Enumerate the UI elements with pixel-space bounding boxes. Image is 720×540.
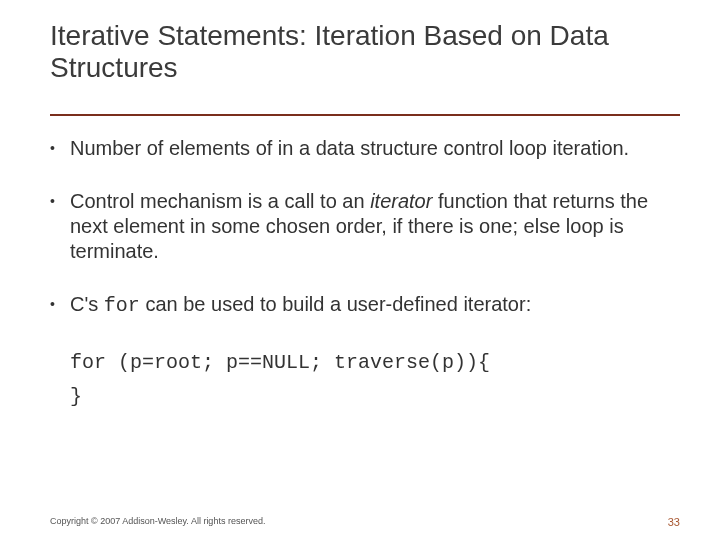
bullet-dot-icon: • [50, 189, 70, 264]
slide-title: Iterative Statements: Iteration Based on… [50, 20, 680, 90]
text-span: C's [70, 293, 104, 315]
bullet-text: Control mechanism is a call to an iterat… [70, 189, 680, 264]
text-span: can be used to build a user-defined iter… [140, 293, 531, 315]
bullet-item: • Number of elements of in a data struct… [50, 136, 680, 161]
bullet-text: C's for can be used to build a user-defi… [70, 292, 680, 318]
slide: Iterative Statements: Iteration Based on… [0, 0, 720, 540]
text-span: Number of elements of in a data structur… [70, 137, 629, 159]
page-number: 33 [668, 516, 680, 528]
title-rule [50, 114, 680, 116]
bullet-item: • C's for can be used to build a user-de… [50, 292, 680, 318]
bullet-item: • Control mechanism is a call to an iter… [50, 189, 680, 264]
text-span: Control mechanism is a call to an [70, 190, 370, 212]
bullet-dot-icon: • [50, 292, 70, 318]
italic-span: iterator [370, 190, 432, 212]
copyright-text: Copyright © 2007 Addison-Wesley. All rig… [50, 516, 265, 528]
mono-span: for [104, 294, 140, 317]
code-line: } [70, 380, 680, 414]
slide-body: • Number of elements of in a data struct… [50, 136, 680, 414]
bullet-text: Number of elements of in a data structur… [70, 136, 680, 161]
code-block: for (p=root; p==NULL; traverse(p)){ } [70, 346, 680, 414]
code-line: for (p=root; p==NULL; traverse(p)){ [70, 346, 680, 380]
footer: Copyright © 2007 Addison-Wesley. All rig… [50, 516, 680, 528]
bullet-dot-icon: • [50, 136, 70, 161]
